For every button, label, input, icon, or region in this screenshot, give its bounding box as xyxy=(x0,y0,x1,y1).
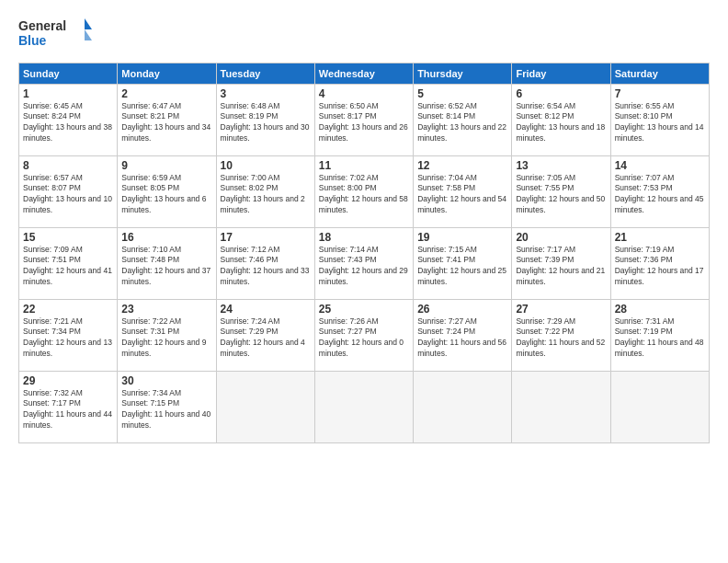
logo: General Blue xyxy=(18,15,92,53)
day-info: Sunrise: 7:21 AMSunset: 7:34 PMDaylight:… xyxy=(23,316,113,361)
week-row-2: 8Sunrise: 6:57 AMSunset: 8:07 PMDaylight… xyxy=(19,155,710,227)
day-number: 16 xyxy=(121,231,211,244)
day-number: 24 xyxy=(221,303,311,316)
calendar-cell: 11Sunrise: 7:02 AMSunset: 8:00 PMDayligh… xyxy=(314,155,413,227)
calendar-cell: 26Sunrise: 7:27 AMSunset: 7:24 PMDayligh… xyxy=(414,299,512,371)
calendar-cell: 16Sunrise: 7:10 AMSunset: 7:48 PMDayligh… xyxy=(118,227,216,299)
col-saturday: Saturday xyxy=(610,63,709,84)
calendar-table: Sunday Monday Tuesday Wednesday Thursday… xyxy=(18,63,710,443)
day-info: Sunrise: 7:22 AMSunset: 7:31 PMDaylight:… xyxy=(121,316,211,361)
day-number: 20 xyxy=(516,231,606,244)
calendar-cell: 18Sunrise: 7:14 AMSunset: 7:43 PMDayligh… xyxy=(314,227,413,299)
svg-marker-2 xyxy=(85,18,92,29)
day-info: Sunrise: 7:19 AMSunset: 7:36 PMDaylight:… xyxy=(615,245,705,289)
header: General Blue xyxy=(18,15,710,53)
week-row-4: 22Sunrise: 7:21 AMSunset: 7:34 PMDayligh… xyxy=(19,299,710,371)
day-info: Sunrise: 7:07 AMSunset: 7:53 PMDaylight:… xyxy=(615,173,705,217)
day-number: 27 xyxy=(516,303,606,316)
calendar-cell: 29Sunrise: 7:32 AMSunset: 7:17 PMDayligh… xyxy=(19,371,118,442)
day-info: Sunrise: 7:09 AMSunset: 7:51 PMDaylight:… xyxy=(23,245,113,289)
day-number: 12 xyxy=(417,159,507,172)
day-info: Sunrise: 7:24 AMSunset: 7:29 PMDaylight:… xyxy=(221,316,311,361)
day-info: Sunrise: 7:15 AMSunset: 7:41 PMDaylight:… xyxy=(417,245,507,289)
col-sunday: Sunday xyxy=(19,63,118,84)
day-info: Sunrise: 6:57 AMSunset: 8:07 PMDaylight:… xyxy=(23,173,113,217)
day-info: Sunrise: 7:14 AMSunset: 7:43 PMDaylight:… xyxy=(319,245,409,289)
calendar-cell: 30Sunrise: 7:34 AMSunset: 7:15 PMDayligh… xyxy=(118,371,216,442)
day-number: 29 xyxy=(23,374,113,387)
day-number: 7 xyxy=(615,87,705,100)
day-number: 22 xyxy=(23,303,113,316)
calendar-cell xyxy=(314,371,413,442)
col-wednesday: Wednesday xyxy=(314,63,413,84)
day-number: 8 xyxy=(23,159,113,172)
svg-text:General: General xyxy=(18,18,66,33)
day-number: 5 xyxy=(417,87,507,100)
calendar-cell: 12Sunrise: 7:04 AMSunset: 7:58 PMDayligh… xyxy=(414,155,512,227)
calendar-cell: 20Sunrise: 7:17 AMSunset: 7:39 PMDayligh… xyxy=(512,227,610,299)
day-number: 17 xyxy=(221,231,311,244)
day-info: Sunrise: 7:32 AMSunset: 7:17 PMDaylight:… xyxy=(23,388,113,432)
day-number: 3 xyxy=(221,87,311,100)
day-info: Sunrise: 7:34 AMSunset: 7:15 PMDaylight:… xyxy=(121,388,211,432)
calendar-cell: 7Sunrise: 6:55 AMSunset: 8:10 PMDaylight… xyxy=(610,84,709,155)
calendar-cell xyxy=(610,371,709,442)
week-row-1: 1Sunrise: 6:45 AMSunset: 8:24 PMDaylight… xyxy=(19,84,710,155)
calendar-cell: 1Sunrise: 6:45 AMSunset: 8:24 PMDaylight… xyxy=(19,84,118,155)
col-tuesday: Tuesday xyxy=(216,63,314,84)
day-info: Sunrise: 7:27 AMSunset: 7:24 PMDaylight:… xyxy=(417,316,507,361)
day-number: 18 xyxy=(319,231,409,244)
col-thursday: Thursday xyxy=(414,63,512,84)
calendar-cell: 15Sunrise: 7:09 AMSunset: 7:51 PMDayligh… xyxy=(19,227,118,299)
day-info: Sunrise: 7:31 AMSunset: 7:19 PMDaylight:… xyxy=(615,316,705,361)
day-number: 21 xyxy=(615,231,705,244)
calendar-cell: 6Sunrise: 6:54 AMSunset: 8:12 PMDaylight… xyxy=(512,84,610,155)
day-number: 1 xyxy=(23,87,113,100)
day-number: 13 xyxy=(516,159,606,172)
day-info: Sunrise: 7:05 AMSunset: 7:55 PMDaylight:… xyxy=(516,173,606,217)
calendar-cell: 5Sunrise: 6:52 AMSunset: 8:14 PMDaylight… xyxy=(414,84,512,155)
day-number: 2 xyxy=(121,87,211,100)
day-info: Sunrise: 7:12 AMSunset: 7:46 PMDaylight:… xyxy=(221,245,311,289)
day-number: 25 xyxy=(319,303,409,316)
day-number: 6 xyxy=(516,87,606,100)
day-info: Sunrise: 6:54 AMSunset: 8:12 PMDaylight:… xyxy=(516,101,606,145)
day-number: 23 xyxy=(121,303,211,316)
day-info: Sunrise: 6:59 AMSunset: 8:05 PMDaylight:… xyxy=(121,173,211,217)
calendar-cell: 27Sunrise: 7:29 AMSunset: 7:22 PMDayligh… xyxy=(512,299,610,371)
logo-text: General Blue xyxy=(18,15,92,53)
day-number: 19 xyxy=(417,231,507,244)
day-info: Sunrise: 7:04 AMSunset: 7:58 PMDaylight:… xyxy=(417,173,507,217)
day-info: Sunrise: 7:26 AMSunset: 7:27 PMDaylight:… xyxy=(319,316,409,361)
calendar-cell: 4Sunrise: 6:50 AMSunset: 8:17 PMDaylight… xyxy=(314,84,413,155)
calendar-cell: 10Sunrise: 7:00 AMSunset: 8:02 PMDayligh… xyxy=(216,155,314,227)
day-number: 10 xyxy=(221,159,311,172)
logo-svg: General Blue xyxy=(18,15,92,50)
col-monday: Monday xyxy=(118,63,216,84)
calendar-cell: 9Sunrise: 6:59 AMSunset: 8:05 PMDaylight… xyxy=(118,155,216,227)
calendar-cell: 2Sunrise: 6:47 AMSunset: 8:21 PMDaylight… xyxy=(118,84,216,155)
calendar-cell: 25Sunrise: 7:26 AMSunset: 7:27 PMDayligh… xyxy=(314,299,413,371)
calendar-page: General Blue Sunday Monday Tuesday Wedne… xyxy=(0,0,728,563)
calendar-cell: 22Sunrise: 7:21 AMSunset: 7:34 PMDayligh… xyxy=(19,299,118,371)
week-row-3: 15Sunrise: 7:09 AMSunset: 7:51 PMDayligh… xyxy=(19,227,710,299)
day-info: Sunrise: 7:17 AMSunset: 7:39 PMDaylight:… xyxy=(516,245,606,289)
header-row: Sunday Monday Tuesday Wednesday Thursday… xyxy=(19,63,710,84)
col-friday: Friday xyxy=(512,63,610,84)
calendar-cell xyxy=(512,371,610,442)
svg-text:Blue: Blue xyxy=(18,33,47,48)
calendar-cell xyxy=(414,371,512,442)
day-info: Sunrise: 7:02 AMSunset: 8:00 PMDaylight:… xyxy=(319,173,409,217)
calendar-cell: 23Sunrise: 7:22 AMSunset: 7:31 PMDayligh… xyxy=(118,299,216,371)
day-info: Sunrise: 7:00 AMSunset: 8:02 PMDaylight:… xyxy=(221,173,311,217)
day-info: Sunrise: 6:45 AMSunset: 8:24 PMDaylight:… xyxy=(23,101,113,145)
day-info: Sunrise: 6:48 AMSunset: 8:19 PMDaylight:… xyxy=(221,101,311,145)
calendar-cell: 24Sunrise: 7:24 AMSunset: 7:29 PMDayligh… xyxy=(216,299,314,371)
calendar-cell: 21Sunrise: 7:19 AMSunset: 7:36 PMDayligh… xyxy=(610,227,709,299)
week-row-5: 29Sunrise: 7:32 AMSunset: 7:17 PMDayligh… xyxy=(19,371,710,442)
day-info: Sunrise: 6:50 AMSunset: 8:17 PMDaylight:… xyxy=(319,101,409,145)
day-number: 26 xyxy=(417,303,507,316)
day-info: Sunrise: 6:47 AMSunset: 8:21 PMDaylight:… xyxy=(121,101,211,145)
day-number: 14 xyxy=(615,159,705,172)
day-info: Sunrise: 6:55 AMSunset: 8:10 PMDaylight:… xyxy=(615,101,705,145)
